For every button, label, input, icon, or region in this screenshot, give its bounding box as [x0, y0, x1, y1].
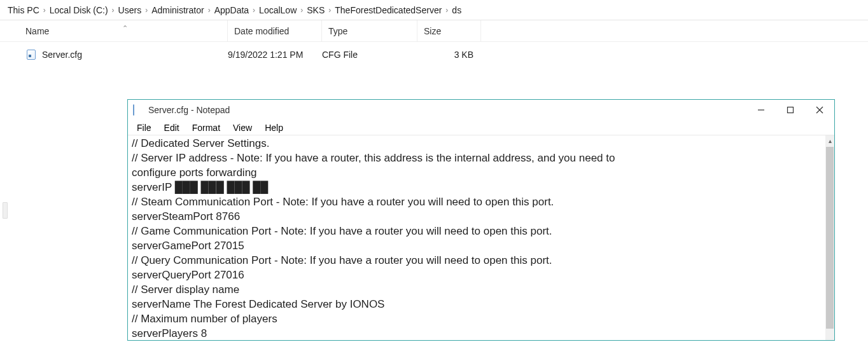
- editor-line: // Server display name: [132, 284, 239, 296]
- chevron-right-icon: ›: [299, 6, 304, 15]
- editor-line: serverIP ███ ███ ███ ██: [132, 181, 268, 193]
- menu-edit[interactable]: Edit: [159, 121, 185, 134]
- crumb-ds[interactable]: ds: [449, 5, 464, 15]
- crumb-administrator[interactable]: Administrator: [149, 5, 206, 15]
- scroll-up-icon[interactable]: ▴: [825, 135, 834, 146]
- editor-line: // Server IP address - Note: If you have…: [132, 152, 615, 164]
- editor-line: serverPlayers 8: [132, 327, 207, 339]
- titlebar[interactable]: Server.cfg - Notepad: [128, 100, 834, 120]
- scrollbar[interactable]: ▴: [825, 135, 834, 340]
- editor-line: serverSteamPort 8766: [132, 210, 240, 222]
- file-name: Server.cfg: [42, 50, 82, 60]
- menu-file[interactable]: File: [132, 121, 157, 134]
- column-headers: ⌃ Name Date modified Type Size: [0, 20, 868, 42]
- column-name[interactable]: Name: [0, 20, 228, 41]
- editor-line: serverQueryPort 27016: [132, 269, 244, 281]
- svg-rect-1: [788, 107, 794, 113]
- split-handle[interactable]: [3, 202, 8, 219]
- close-button[interactable]: [805, 100, 834, 120]
- notepad-icon: [133, 105, 143, 115]
- cfg-file-icon: [25, 49, 37, 60]
- chevron-up-icon[interactable]: ⌃: [122, 24, 128, 32]
- scroll-thumb[interactable]: [826, 147, 834, 329]
- menu-view[interactable]: View: [228, 121, 257, 134]
- column-type[interactable]: Type: [322, 20, 417, 41]
- crumb-users[interactable]: Users: [116, 5, 144, 15]
- column-size[interactable]: Size: [417, 20, 481, 41]
- minimize-button[interactable]: [746, 100, 776, 120]
- chevron-right-icon: ›: [42, 6, 47, 15]
- chevron-right-icon: ›: [251, 6, 256, 15]
- editor-line: serverGamePort 27015: [132, 240, 244, 252]
- chevron-right-icon: ›: [144, 6, 149, 15]
- file-type: CFG File: [322, 50, 417, 60]
- crumb-this-pc[interactable]: This PC: [5, 5, 42, 15]
- text-editor[interactable]: // Dedicated Server Settings. // Server …: [128, 135, 825, 340]
- column-date[interactable]: Date modified: [228, 20, 322, 41]
- crumb-local-disk[interactable]: Local Disk (C:): [47, 5, 111, 15]
- editor-line: // Game Communication Port - Note: If yo…: [132, 225, 552, 237]
- editor-line: // Query Communication Port - Note: If y…: [132, 254, 552, 266]
- maximize-button[interactable]: [776, 100, 805, 120]
- file-size: 3 KB: [417, 50, 481, 60]
- window-title: Server.cfg - Notepad: [148, 105, 230, 115]
- crumb-locallow[interactable]: LocalLow: [256, 5, 299, 15]
- menu-format[interactable]: Format: [187, 121, 225, 134]
- editor-line: serverName The Forest Dedicated Server b…: [132, 298, 384, 310]
- breadcrumb[interactable]: This PC› Local Disk (C:)› Users› Adminis…: [0, 0, 868, 20]
- crumb-appdata[interactable]: AppData: [212, 5, 251, 15]
- editor-line: // Maximum number of players: [132, 313, 277, 325]
- file-date: 9/19/2022 1:21 PM: [228, 50, 322, 60]
- menu-help[interactable]: Help: [260, 121, 288, 134]
- chevron-right-icon: ›: [327, 6, 332, 15]
- notepad-window: Server.cfg - Notepad File Edit Format Vi…: [127, 99, 835, 341]
- crumb-theforest[interactable]: TheForestDedicatedServer: [332, 5, 444, 15]
- editor-line: // Steam Communication Port - Note: If y…: [132, 196, 554, 208]
- chevron-right-icon: ›: [207, 6, 212, 15]
- chevron-right-icon: ›: [444, 6, 449, 15]
- crumb-sks[interactable]: SKS: [304, 5, 327, 15]
- menubar: File Edit Format View Help: [128, 120, 834, 135]
- editor-line: // Dedicated Server Settings.: [132, 137, 269, 149]
- chevron-right-icon: ›: [111, 6, 116, 15]
- file-row[interactable]: Server.cfg 9/19/2022 1:21 PM CFG File 3 …: [0, 46, 868, 64]
